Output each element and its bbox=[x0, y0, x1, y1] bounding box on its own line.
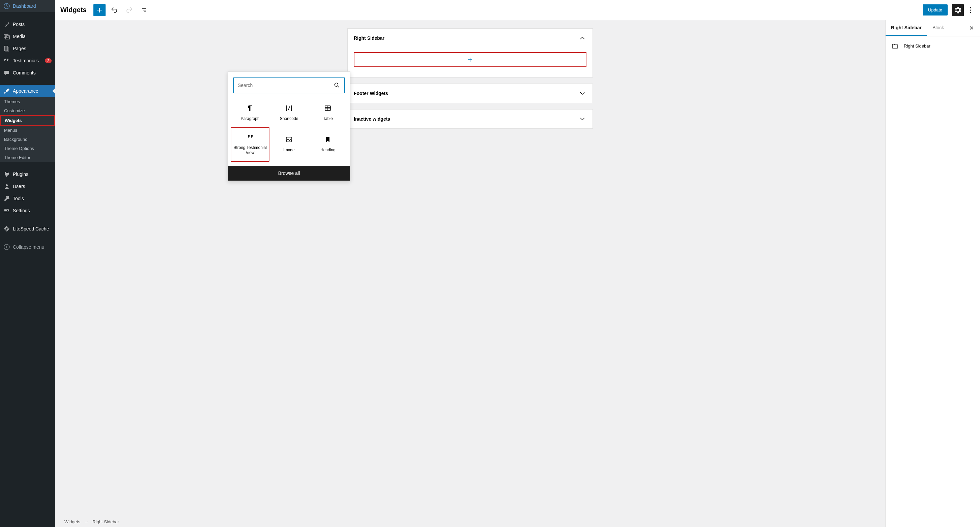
appearance-submenu: Themes Customize Widgets Menus Backgroun… bbox=[0, 97, 55, 162]
svg-point-6 bbox=[6, 184, 8, 186]
sidebar-item-label: Testimonials bbox=[13, 58, 45, 63]
submenu-item-widgets[interactable]: Widgets bbox=[0, 115, 55, 126]
sidebar-item-label: Media bbox=[13, 34, 52, 39]
submenu-item-menus[interactable]: Menus bbox=[0, 126, 55, 135]
browse-all-button[interactable]: Browse all bbox=[228, 166, 350, 181]
search-icon bbox=[334, 82, 340, 89]
block-heading[interactable]: Heading bbox=[309, 127, 347, 162]
svg-point-10 bbox=[970, 7, 971, 8]
breadcrumb-leaf[interactable]: Right Sidebar bbox=[92, 519, 119, 524]
sidebar-item-posts[interactable]: Posts bbox=[0, 18, 55, 30]
user-icon bbox=[3, 183, 10, 190]
sidebar-item-label: LiteSpeed Cache bbox=[13, 226, 52, 232]
comment-icon bbox=[3, 70, 10, 76]
image-icon bbox=[285, 135, 293, 144]
block-shortcode[interactable]: Shortcode bbox=[269, 99, 308, 127]
pin-icon bbox=[3, 21, 10, 28]
block-paragraph[interactable]: Paragraph bbox=[231, 99, 269, 127]
more-options-button[interactable] bbox=[967, 4, 975, 16]
sidebar-item-label: Dashboard bbox=[13, 3, 52, 9]
sidebar-item-collapse[interactable]: Collapse menu bbox=[0, 241, 55, 253]
sidebar-item-label: Plugins bbox=[13, 171, 52, 177]
sliders-icon bbox=[3, 207, 10, 214]
sidebar-item-comments[interactable]: Comments bbox=[0, 67, 55, 79]
block-strong-testimonial-view[interactable]: Strong Testimonial View bbox=[231, 127, 269, 162]
plus-icon bbox=[466, 56, 474, 63]
submenu-item-customize[interactable]: Customize bbox=[0, 106, 55, 115]
breadcrumb-root[interactable]: Widgets bbox=[64, 519, 80, 524]
testimonials-badge: 2 bbox=[45, 58, 52, 63]
widget-area-header[interactable]: Footer Widgets bbox=[348, 84, 592, 103]
block-label: Image bbox=[283, 148, 294, 153]
undo-button[interactable] bbox=[108, 4, 120, 16]
collapse-icon bbox=[3, 244, 10, 250]
widget-area-title: Right Sidebar bbox=[354, 35, 385, 41]
inspector-area-name: Right Sidebar bbox=[904, 43, 931, 49]
sidebar-item-dashboard[interactable]: Dashboard bbox=[0, 0, 55, 12]
redo-button[interactable] bbox=[123, 4, 135, 16]
widget-area-header[interactable]: Inactive widgets bbox=[348, 110, 592, 129]
tab-block[interactable]: Block bbox=[927, 20, 949, 36]
sidebar-item-label: Comments bbox=[13, 70, 52, 76]
svg-rect-8 bbox=[5, 227, 8, 230]
topbar: Widgets Update bbox=[55, 0, 980, 20]
inspector-tabs: Right Sidebar Block bbox=[886, 20, 980, 37]
tab-right-sidebar[interactable]: Right Sidebar bbox=[886, 20, 927, 36]
widget-area-title: Inactive widgets bbox=[354, 116, 390, 122]
block-image[interactable]: Image bbox=[269, 127, 308, 162]
brush-icon bbox=[3, 87, 10, 94]
update-button[interactable]: Update bbox=[923, 5, 948, 16]
sidebar-item-users[interactable]: Users bbox=[0, 180, 55, 192]
close-inspector-button[interactable] bbox=[963, 20, 980, 36]
list-view-button[interactable] bbox=[138, 4, 150, 16]
media-icon bbox=[3, 33, 10, 40]
sidebar-item-label: Users bbox=[13, 184, 52, 189]
litespeed-icon bbox=[3, 225, 10, 232]
svg-point-12 bbox=[970, 12, 971, 13]
svg-point-9 bbox=[4, 244, 10, 250]
page-title: Widgets bbox=[60, 6, 87, 14]
sidebar-item-testimonials[interactable]: Testimonials 2 bbox=[0, 55, 55, 67]
sidebar-item-label: Settings bbox=[13, 208, 52, 213]
block-label: Heading bbox=[320, 148, 336, 153]
sidebar-item-appearance[interactable]: Appearance bbox=[0, 85, 55, 97]
paragraph-icon bbox=[246, 104, 254, 112]
svg-rect-1 bbox=[4, 34, 8, 38]
widget-area-inactive: Inactive widgets bbox=[347, 109, 593, 129]
sidebar-item-label: Posts bbox=[13, 22, 52, 27]
chevron-down-icon bbox=[578, 89, 587, 97]
table-icon bbox=[324, 104, 332, 112]
sidebar-item-pages[interactable]: Pages bbox=[0, 43, 55, 55]
block-table[interactable]: Table bbox=[309, 99, 347, 127]
content-main: Right Sidebar Footer Widgets bbox=[55, 20, 885, 527]
sidebar-item-label: Pages bbox=[13, 46, 52, 51]
svg-rect-5 bbox=[5, 47, 9, 52]
submenu-item-theme-options[interactable]: Theme Options bbox=[0, 144, 55, 153]
inserter-search-input[interactable] bbox=[238, 83, 334, 88]
admin-sidebar: Dashboard Posts Media Pages Testimonials… bbox=[0, 0, 55, 527]
inspector-current-area: Right Sidebar bbox=[891, 42, 975, 50]
widget-area-footer: Footer Widgets bbox=[347, 84, 593, 103]
widget-area-title: Footer Widgets bbox=[354, 90, 388, 96]
settings-button[interactable] bbox=[952, 4, 964, 16]
submenu-item-theme-editor[interactable]: Theme Editor bbox=[0, 153, 55, 162]
main-area: Widgets Update bbox=[55, 0, 980, 527]
sidebar-item-media[interactable]: Media bbox=[0, 30, 55, 43]
widget-area-header[interactable]: Right Sidebar bbox=[348, 29, 592, 48]
plug-icon bbox=[3, 171, 10, 178]
sidebar-item-tools[interactable]: Tools bbox=[0, 192, 55, 205]
chevron-up-icon bbox=[578, 34, 587, 42]
quote-icon bbox=[3, 57, 10, 64]
submenu-item-background[interactable]: Background bbox=[0, 135, 55, 144]
breadcrumb: Widgets → Right Sidebar bbox=[55, 517, 129, 527]
inspector-panel: Right Sidebar Block Right Sidebar bbox=[885, 20, 980, 527]
sidebar-item-plugins[interactable]: Plugins bbox=[0, 168, 55, 180]
sidebar-item-settings[interactable]: Settings bbox=[0, 205, 55, 217]
svg-point-11 bbox=[970, 10, 971, 10]
sidebar-item-litespeed[interactable]: LiteSpeed Cache bbox=[0, 223, 55, 235]
block-inserter: Paragraph Shortcode Table Strong Testimo… bbox=[228, 71, 350, 181]
add-block-button[interactable] bbox=[94, 4, 105, 16]
svg-point-13 bbox=[334, 83, 338, 86]
submenu-item-themes[interactable]: Themes bbox=[0, 97, 55, 106]
add-block-slot[interactable] bbox=[354, 52, 587, 67]
